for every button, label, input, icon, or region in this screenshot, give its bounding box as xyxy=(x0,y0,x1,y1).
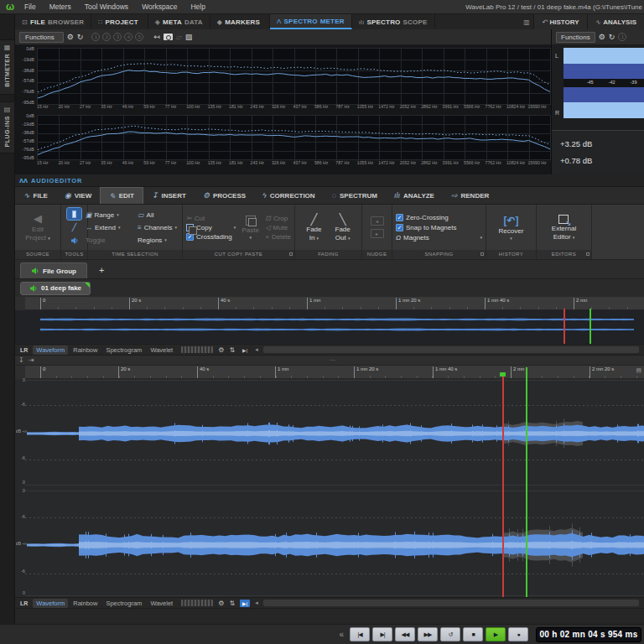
menu-item[interactable]: Meters xyxy=(43,0,78,14)
range-button[interactable]: ▣Range▾ xyxy=(86,209,136,221)
pencil-tool-button[interactable]: ╱ xyxy=(67,221,81,233)
menu-item[interactable]: File xyxy=(18,0,43,14)
swap-channels-icon[interactable]: ⇅ xyxy=(229,346,235,354)
snap-to-magnets-checkbox[interactable]: ✓Snap to Magnets xyxy=(396,224,482,231)
workspace-tab[interactable]: ◈ META DATA xyxy=(148,14,210,29)
reset-icon[interactable]: ↻ xyxy=(609,32,615,42)
panel-menu-icon[interactable]: ▤ xyxy=(636,367,641,374)
crop-button[interactable]: ⊡Crop xyxy=(265,215,291,222)
spectrum-plot-lower[interactable] xyxy=(37,115,551,160)
move-to-start-icon[interactable]: ↤ xyxy=(153,32,160,42)
main-waveform[interactable] xyxy=(25,379,644,597)
ribbon-tab[interactable]: ◌ SPECTRUM xyxy=(324,187,386,204)
view-tab[interactable]: Spectrogram xyxy=(102,599,145,608)
fast-forward-icon[interactable]: ▶▶ xyxy=(418,627,438,641)
play-from-here-icon[interactable]: ▶| xyxy=(240,600,250,607)
overview-ruler[interactable]: 020 s40 s1 mn1 mn 20 s1 mn 40 s2 mn xyxy=(25,297,644,310)
clipboard-icon[interactable]: ▱ xyxy=(176,32,182,42)
collapse-transport-button[interactable]: « xyxy=(339,630,344,639)
snapshot-camera-icon[interactable] xyxy=(164,34,173,40)
preset-number-button[interactable]: 3 xyxy=(113,33,122,41)
ribbon-tab[interactable]: ∿ FILE xyxy=(15,187,56,204)
go-to-start-icon[interactable]: |◀ xyxy=(350,627,370,641)
channel-mode-label[interactable]: LR xyxy=(20,347,28,353)
dialog-launcher-icon[interactable] xyxy=(480,252,484,256)
scroll-left-icon[interactable]: ◂ xyxy=(255,346,258,353)
ribbon-tab[interactable]: ılı ANALYZE xyxy=(386,187,443,204)
external-editor-button[interactable]: External Editor ▾ xyxy=(548,207,579,247)
scene-icon[interactable]: ▨ xyxy=(185,32,193,42)
view-tab[interactable]: Waveform xyxy=(33,345,68,355)
cut-button[interactable]: ✂Cut xyxy=(186,215,236,222)
menu-item[interactable]: Workspace xyxy=(135,0,184,14)
toggle-button[interactable]: Toggle xyxy=(86,234,136,247)
workspace-tab[interactable]: ↶ HISTORY xyxy=(533,14,587,29)
workspace-tab[interactable]: ılı SPECTRO SCOPE xyxy=(352,14,435,29)
edit-project-button[interactable]: ◀ Edit Project ▾ xyxy=(22,207,54,247)
scroll-left-icon[interactable]: ◂ xyxy=(255,600,258,606)
edit-cursor[interactable] xyxy=(526,367,527,597)
overview-wave-area[interactable] xyxy=(15,310,644,344)
extend-button[interactable]: ↔Extend▾ xyxy=(86,221,136,234)
paste-button[interactable]: Paste ▾ xyxy=(238,207,262,247)
ribbon-tab[interactable]: ϟ CORRECTION xyxy=(254,187,324,204)
preset-number-button[interactable]: 4 xyxy=(124,33,132,41)
regions-button[interactable]: Regions▾ xyxy=(138,234,184,247)
view-tab[interactable]: Rainbow xyxy=(70,345,101,355)
preset-number-button[interactable]: 2 xyxy=(102,33,111,41)
preset-number-button[interactable]: 1 xyxy=(91,33,100,41)
playback-cursor[interactable] xyxy=(502,372,504,597)
panel-layout-icon[interactable]: ▥ xyxy=(523,18,530,26)
overview-waveform[interactable] xyxy=(15,310,634,344)
file-group-tab[interactable]: File Group xyxy=(20,262,87,278)
spectrum-plot-upper[interactable] xyxy=(37,48,551,105)
functions-menu-button[interactable]: Functions xyxy=(19,32,64,43)
ribbon-tab[interactable]: ✎ EDIT xyxy=(100,187,143,204)
reset-icon[interactable]: ↻ xyxy=(77,32,84,42)
channel-mode-label[interactable]: LR xyxy=(20,600,28,606)
record-icon[interactable]: ● xyxy=(508,627,528,641)
functions-menu-button[interactable]: Functions xyxy=(556,32,595,43)
play-icon[interactable]: ▶ xyxy=(486,627,506,641)
dock-tab-bitmeter[interactable]: ▦ BITMETER xyxy=(0,39,15,95)
file-tab[interactable]: 01 deep fake xyxy=(20,282,91,295)
snap-cursor-icon[interactable]: ⇥ xyxy=(29,356,34,364)
time-selection-tool-button[interactable] xyxy=(67,208,81,220)
delete-button[interactable]: ×Delete xyxy=(265,233,291,241)
nudge-right-button[interactable]: ▸ xyxy=(371,229,384,238)
channels-button[interactable]: ≡Channels▾ xyxy=(138,221,184,234)
preset-number-button[interactable]: 1 xyxy=(618,33,626,41)
preset-number-button[interactable]: 5 xyxy=(135,33,143,41)
fade-in-button[interactable]: ╱ Fade In ▾ xyxy=(303,207,325,247)
audition-tool-button[interactable] xyxy=(67,235,81,247)
ribbon-tab[interactable]: ⚙ PROCESS xyxy=(195,187,254,204)
copy-button[interactable]: Copy▾ xyxy=(186,224,236,231)
settings-gear-icon[interactable]: ⚙ xyxy=(67,32,74,42)
magnets-button[interactable]: ΩMagnets▾ xyxy=(396,234,482,242)
settings-gear-icon[interactable]: ⚙ xyxy=(218,346,224,354)
time-display[interactable]: 00 h 02 mn 04 s 954 ms xyxy=(536,627,641,642)
workspace-tab[interactable]: Λ SPECTRO METER xyxy=(270,14,352,29)
go-to-end-icon[interactable]: ▶| xyxy=(372,627,392,641)
workspace-tab[interactable]: ⊡ FILE BROWSER xyxy=(15,14,91,29)
dock-tab-plugins[interactable]: ▤ PLUG-INS xyxy=(0,101,15,153)
ribbon-tab[interactable]: ↧ INSERT xyxy=(143,187,195,204)
main-wave-area[interactable] xyxy=(15,379,644,597)
menu-item[interactable]: Help xyxy=(184,0,211,14)
settings-gear-icon[interactable]: ⚙ xyxy=(599,32,605,42)
ribbon-tab[interactable]: ◉ VIEW xyxy=(56,187,100,204)
recover-button[interactable]: [↶] Recover ▾ xyxy=(496,207,527,247)
main-ruler[interactable]: 020 s40 s1 mn1 mn 20 s1 mn 40 s2 mn2 mn … xyxy=(25,366,644,379)
add-file-group-button[interactable]: + xyxy=(94,262,109,278)
workspace-tab[interactable]: ∷ PROJECT xyxy=(91,14,148,29)
fade-out-button[interactable]: ╲ Fade Out ▾ xyxy=(332,207,354,247)
swap-channels-icon[interactable]: ⇅ xyxy=(229,600,235,607)
horizontal-scrollbar[interactable] xyxy=(263,600,639,606)
view-tab[interactable]: Rainbow xyxy=(70,599,101,608)
workspace-tab[interactable]: ∿ ANALYSIS xyxy=(587,14,644,29)
zero-crossing-checkbox[interactable]: ✓Zero-Crossing xyxy=(396,214,482,221)
select-all-button[interactable]: ▭All xyxy=(138,209,184,221)
mute-button[interactable]: ◁Mute xyxy=(265,224,291,231)
view-tab[interactable]: Waveform xyxy=(33,599,68,608)
stop-icon[interactable]: ■ xyxy=(463,627,483,641)
